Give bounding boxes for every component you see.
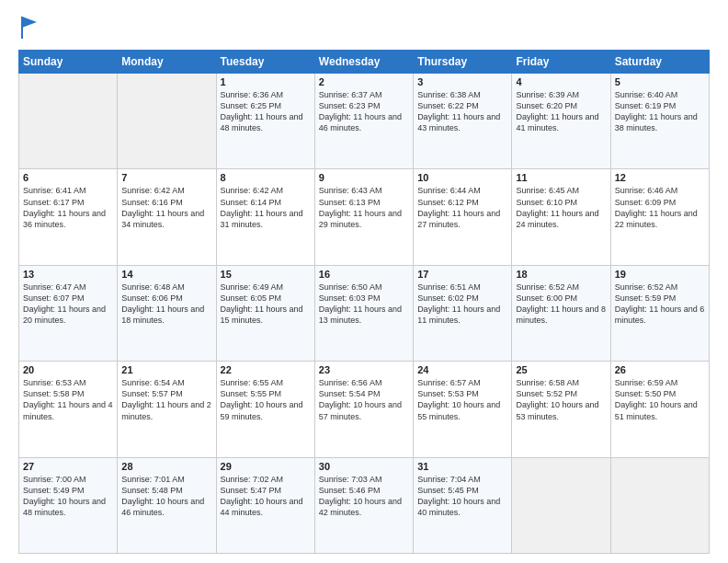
day-number: 6 <box>23 172 113 183</box>
svg-rect-1 <box>21 17 23 39</box>
day-number: 25 <box>516 364 606 375</box>
day-number: 16 <box>319 269 409 280</box>
calendar-cell: 12Sunrise: 6:46 AMSunset: 6:09 PMDayligh… <box>610 169 709 265</box>
cell-info: Sunrise: 6:38 AMSunset: 6:22 PMDaylight:… <box>417 90 500 132</box>
calendar-week-row: 13Sunrise: 6:47 AMSunset: 6:07 PMDayligh… <box>19 265 710 361</box>
day-header-sunday: Sunday <box>19 51 118 74</box>
calendar-cell <box>610 457 709 553</box>
day-header-tuesday: Tuesday <box>216 51 314 74</box>
day-number: 27 <box>23 461 113 472</box>
calendar-cell: 25Sunrise: 6:58 AMSunset: 5:52 PMDayligh… <box>512 362 610 457</box>
cell-info: Sunrise: 6:41 AMSunset: 6:17 PMDaylight:… <box>23 186 106 228</box>
cell-info: Sunrise: 7:03 AMSunset: 5:46 PMDaylight:… <box>319 475 402 517</box>
cell-info: Sunrise: 6:49 AMSunset: 6:05 PMDaylight:… <box>221 282 303 325</box>
calendar-cell: 15Sunrise: 6:49 AMSunset: 6:05 PMDayligh… <box>216 265 314 361</box>
day-number: 24 <box>417 364 507 375</box>
day-header-monday: Monday <box>118 51 216 74</box>
day-number: 11 <box>516 172 606 183</box>
calendar-cell <box>118 74 216 169</box>
cell-info: Sunrise: 6:52 AMSunset: 5:59 PMDaylight:… <box>615 282 705 325</box>
day-number: 30 <box>319 461 409 472</box>
cell-info: Sunrise: 6:59 AMSunset: 5:50 PMDaylight:… <box>615 378 698 420</box>
logo <box>18 15 39 40</box>
calendar-header-row: SundayMondayTuesdayWednesdayThursdayFrid… <box>19 51 710 74</box>
cell-info: Sunrise: 6:53 AMSunset: 5:58 PMDaylight:… <box>23 378 113 420</box>
calendar-cell: 29Sunrise: 7:02 AMSunset: 5:47 PMDayligh… <box>216 457 314 553</box>
calendar-cell: 2Sunrise: 6:37 AMSunset: 6:23 PMDaylight… <box>314 74 413 169</box>
cell-info: Sunrise: 7:04 AMSunset: 5:45 PMDaylight:… <box>417 475 500 517</box>
calendar-week-row: 6Sunrise: 6:41 AMSunset: 6:17 PMDaylight… <box>19 169 710 265</box>
day-number: 18 <box>516 269 606 280</box>
day-number: 21 <box>121 364 211 375</box>
day-number: 20 <box>23 364 113 375</box>
day-number: 17 <box>417 269 507 280</box>
day-number: 14 <box>121 269 211 280</box>
calendar-cell: 20Sunrise: 6:53 AMSunset: 5:58 PMDayligh… <box>19 362 118 457</box>
day-number: 26 <box>615 364 705 375</box>
calendar-week-row: 27Sunrise: 7:00 AMSunset: 5:49 PMDayligh… <box>19 457 710 553</box>
day-header-wednesday: Wednesday <box>314 51 413 74</box>
calendar-page: SundayMondayTuesdayWednesdayThursdayFrid… <box>0 0 728 563</box>
cell-info: Sunrise: 6:40 AMSunset: 6:19 PMDaylight:… <box>615 90 698 132</box>
calendar-cell: 26Sunrise: 6:59 AMSunset: 5:50 PMDayligh… <box>610 362 709 457</box>
day-number: 5 <box>615 76 705 87</box>
day-number: 9 <box>319 172 409 183</box>
cell-info: Sunrise: 6:46 AMSunset: 6:09 PMDaylight:… <box>615 186 698 228</box>
calendar-cell: 10Sunrise: 6:44 AMSunset: 6:12 PMDayligh… <box>414 169 512 265</box>
cell-info: Sunrise: 6:54 AMSunset: 5:57 PMDaylight:… <box>121 378 211 420</box>
calendar-cell: 27Sunrise: 7:00 AMSunset: 5:49 PMDayligh… <box>19 457 118 553</box>
logo-flag-icon <box>20 15 39 40</box>
calendar-cell: 19Sunrise: 6:52 AMSunset: 5:59 PMDayligh… <box>610 265 709 361</box>
cell-info: Sunrise: 7:00 AMSunset: 5:49 PMDaylight:… <box>23 475 106 517</box>
day-number: 2 <box>319 76 409 87</box>
calendar-cell: 7Sunrise: 6:42 AMSunset: 6:16 PMDaylight… <box>118 169 216 265</box>
cell-info: Sunrise: 6:48 AMSunset: 6:06 PMDaylight:… <box>121 282 204 325</box>
cell-info: Sunrise: 6:47 AMSunset: 6:07 PMDaylight:… <box>23 282 106 325</box>
calendar-cell: 14Sunrise: 6:48 AMSunset: 6:06 PMDayligh… <box>118 265 216 361</box>
calendar-cell: 28Sunrise: 7:01 AMSunset: 5:48 PMDayligh… <box>118 457 216 553</box>
calendar-cell <box>512 457 610 553</box>
calendar-cell: 4Sunrise: 6:39 AMSunset: 6:20 PMDaylight… <box>512 74 610 169</box>
calendar-cell: 18Sunrise: 6:52 AMSunset: 6:00 PMDayligh… <box>512 265 610 361</box>
cell-info: Sunrise: 6:57 AMSunset: 5:53 PMDaylight:… <box>417 378 500 420</box>
calendar-table: SundayMondayTuesdayWednesdayThursdayFrid… <box>18 50 710 554</box>
header <box>18 15 710 40</box>
calendar-cell: 3Sunrise: 6:38 AMSunset: 6:22 PMDaylight… <box>414 74 512 169</box>
day-header-friday: Friday <box>512 51 610 74</box>
day-number: 23 <box>319 364 409 375</box>
calendar-cell: 13Sunrise: 6:47 AMSunset: 6:07 PMDayligh… <box>19 265 118 361</box>
calendar-cell: 31Sunrise: 7:04 AMSunset: 5:45 PMDayligh… <box>414 457 512 553</box>
calendar-cell: 17Sunrise: 6:51 AMSunset: 6:02 PMDayligh… <box>414 265 512 361</box>
day-number: 10 <box>417 172 507 183</box>
cell-info: Sunrise: 6:56 AMSunset: 5:54 PMDaylight:… <box>319 378 402 420</box>
day-number: 22 <box>221 364 311 375</box>
cell-info: Sunrise: 6:58 AMSunset: 5:52 PMDaylight:… <box>516 378 598 420</box>
cell-info: Sunrise: 7:02 AMSunset: 5:47 PMDaylight:… <box>221 475 303 517</box>
day-number: 13 <box>23 269 113 280</box>
calendar-cell: 6Sunrise: 6:41 AMSunset: 6:17 PMDaylight… <box>19 169 118 265</box>
calendar-cell: 23Sunrise: 6:56 AMSunset: 5:54 PMDayligh… <box>314 362 413 457</box>
day-header-thursday: Thursday <box>414 51 512 74</box>
cell-info: Sunrise: 7:01 AMSunset: 5:48 PMDaylight:… <box>121 475 204 517</box>
calendar-week-row: 1Sunrise: 6:36 AMSunset: 6:25 PMDaylight… <box>19 74 710 169</box>
calendar-cell: 9Sunrise: 6:43 AMSunset: 6:13 PMDaylight… <box>314 169 413 265</box>
day-number: 15 <box>221 269 311 280</box>
cell-info: Sunrise: 6:45 AMSunset: 6:10 PMDaylight:… <box>516 186 598 228</box>
day-number: 8 <box>221 172 311 183</box>
svg-marker-0 <box>22 17 37 28</box>
calendar-cell: 16Sunrise: 6:50 AMSunset: 6:03 PMDayligh… <box>314 265 413 361</box>
calendar-cell: 21Sunrise: 6:54 AMSunset: 5:57 PMDayligh… <box>118 362 216 457</box>
cell-info: Sunrise: 6:42 AMSunset: 6:16 PMDaylight:… <box>121 186 204 228</box>
day-number: 31 <box>417 461 507 472</box>
day-number: 7 <box>121 172 211 183</box>
day-number: 28 <box>121 461 211 472</box>
cell-info: Sunrise: 6:43 AMSunset: 6:13 PMDaylight:… <box>319 186 402 228</box>
calendar-cell: 8Sunrise: 6:42 AMSunset: 6:14 PMDaylight… <box>216 169 314 265</box>
cell-info: Sunrise: 6:55 AMSunset: 5:55 PMDaylight:… <box>221 378 303 420</box>
calendar-cell <box>19 74 118 169</box>
cell-info: Sunrise: 6:42 AMSunset: 6:14 PMDaylight:… <box>221 186 303 228</box>
calendar-cell: 5Sunrise: 6:40 AMSunset: 6:19 PMDaylight… <box>610 74 709 169</box>
calendar-cell: 11Sunrise: 6:45 AMSunset: 6:10 PMDayligh… <box>512 169 610 265</box>
cell-info: Sunrise: 6:39 AMSunset: 6:20 PMDaylight:… <box>516 90 598 132</box>
calendar-week-row: 20Sunrise: 6:53 AMSunset: 5:58 PMDayligh… <box>19 362 710 457</box>
